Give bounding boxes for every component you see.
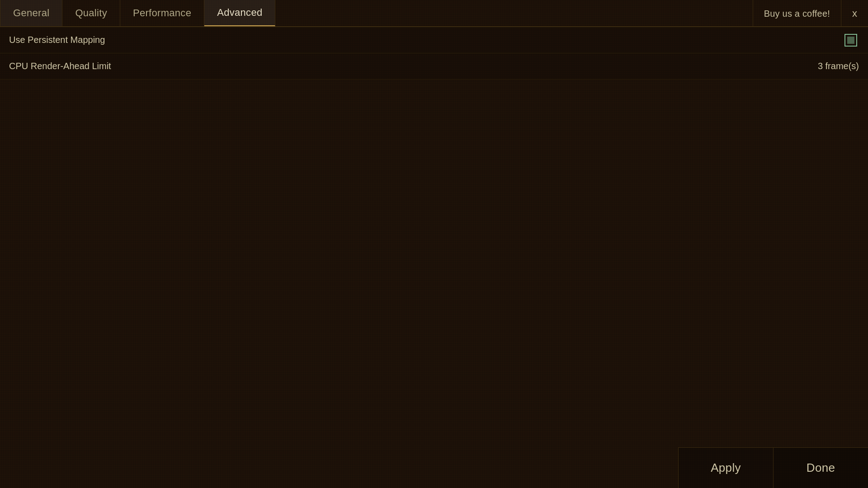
tab-quality[interactable]: Quality — [62, 0, 120, 26]
buy-coffee-button[interactable]: Buy us a coffee! — [753, 0, 841, 27]
tab-bar: General Quality Performance Advanced Buy… — [0, 0, 868, 27]
tab-general[interactable]: General — [0, 0, 62, 26]
cpu-render-ahead-value: 3 frame(s) — [818, 61, 859, 71]
tab-performance[interactable]: Performance — [120, 0, 204, 26]
bottom-action-bar: Apply Done — [678, 447, 868, 488]
settings-content: Use Persistent Mapping CPU Render-Ahead … — [0, 27, 868, 80]
cpu-render-ahead-label: CPU Render-Ahead Limit — [9, 61, 111, 71]
apply-button[interactable]: Apply — [678, 447, 773, 488]
persistent-mapping-label: Use Persistent Mapping — [9, 35, 105, 45]
setting-row-cpu-render-ahead: CPU Render-Ahead Limit 3 frame(s) — [0, 53, 868, 80]
top-right-controls: Buy us a coffee! x — [753, 0, 868, 27]
tab-advanced[interactable]: Advanced — [204, 0, 275, 26]
checkbox-inner — [844, 34, 857, 47]
setting-row-persistent-mapping: Use Persistent Mapping — [0, 27, 868, 53]
done-button[interactable]: Done — [773, 447, 868, 488]
persistent-mapping-checkbox[interactable] — [843, 32, 859, 48]
close-button[interactable]: x — [841, 0, 868, 27]
